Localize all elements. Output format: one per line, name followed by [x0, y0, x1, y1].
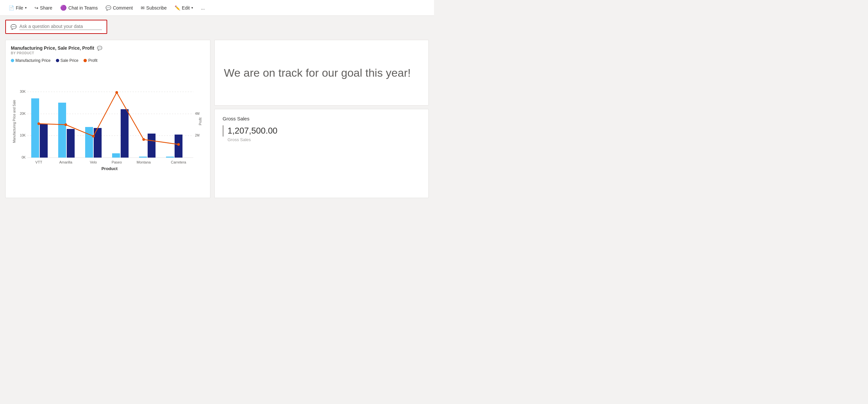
legend-dot-sale	[56, 59, 59, 62]
x-label-vtt: VTT	[35, 160, 42, 164]
legend-label-mfg: Manufacturing Price	[16, 58, 51, 63]
profit-dot-vtt	[37, 122, 40, 125]
gross-sales-value: 1,207,500.00	[223, 125, 421, 137]
chart-area: Manufacturing Price and Sale Profit 30K …	[11, 65, 205, 193]
qa-input[interactable]	[20, 24, 102, 30]
svg-text:2M: 2M	[195, 134, 199, 137]
chat-in-teams-button[interactable]: 🟣 Chat in Teams	[57, 3, 101, 13]
more-icon: ...	[201, 5, 205, 10]
legend-dot-profit	[84, 59, 87, 62]
legend-dot-mfg	[11, 59, 14, 62]
profit-dot-amarilla	[64, 123, 67, 126]
legend: Manufacturing Price Sale Price Profit	[11, 58, 205, 63]
more-options-button[interactable]: ...	[197, 3, 208, 12]
bar-sale-montana	[148, 134, 156, 157]
chat-label: Chat in Teams	[68, 5, 98, 10]
comment-button[interactable]: 💬 Comment	[102, 3, 136, 12]
subscribe-icon: ✉	[141, 5, 145, 10]
share-icon: ↪	[34, 5, 38, 10]
edit-icon: ✏️	[175, 5, 180, 10]
svg-text:0K: 0K	[22, 155, 26, 159]
share-label: Share	[40, 5, 52, 10]
x-label-paseo: Paseo	[112, 160, 122, 164]
gross-sales-title: Gross Sales	[223, 116, 421, 121]
content-row: Manufacturing Price, Sale Price, Profit …	[5, 40, 429, 198]
svg-text:4M: 4M	[195, 112, 199, 115]
bar-sale-velo	[94, 128, 102, 157]
svg-text:Profit: Profit	[198, 117, 202, 125]
file-chevron-icon: ▾	[25, 6, 27, 9]
x-label-velo: Velo	[90, 160, 97, 164]
chart-svg: Manufacturing Price and Sale Profit 30K …	[11, 65, 205, 171]
file-icon: 📄	[8, 5, 14, 10]
bar-sale-vtt	[40, 124, 48, 157]
svg-text:30K: 30K	[20, 90, 26, 93]
bar-mfg-amarilla	[58, 103, 66, 157]
x-label-carretera: Carretera	[171, 160, 186, 164]
edit-chevron-icon: ▾	[191, 6, 193, 9]
bar-mfg-velo	[85, 127, 93, 157]
goal-text: We are on track for our goal this year!	[224, 65, 411, 80]
bar-sale-paseo	[121, 109, 129, 157]
toolbar: 📄 File ▾ ↪ Share 🟣 Chat in Teams 💬 Comme…	[0, 0, 434, 16]
main-content: 💬 Manufacturing Price, Sale Price, Profi…	[0, 16, 434, 202]
share-button[interactable]: ↪ Share	[31, 3, 56, 12]
x-label-amarilla: Amarilla	[59, 160, 73, 164]
legend-item-sale: Sale Price	[56, 58, 79, 63]
chart-panel: Manufacturing Price, Sale Price, Profit …	[5, 40, 210, 198]
comment-icon: 💬	[105, 5, 111, 10]
bar-mfg-montana	[139, 156, 147, 157]
right-panel: We are on track for our goal this year! …	[214, 40, 429, 198]
chart-subtitle: BY PRODUCT	[11, 51, 205, 55]
svg-text:10K: 10K	[20, 134, 26, 137]
profit-dot-paseo	[115, 91, 118, 94]
file-label: File	[16, 5, 23, 10]
bar-mfg-carretera	[166, 156, 174, 157]
x-axis-label: Product	[101, 166, 118, 171]
file-menu[interactable]: 📄 File ▾	[5, 3, 30, 12]
bar-mfg-paseo	[112, 153, 120, 157]
legend-item-mfg: Manufacturing Price	[11, 58, 51, 63]
qa-icon: 💬	[10, 24, 17, 30]
comment-label: Comment	[113, 5, 133, 10]
gross-sales-sublabel: Gross Sales	[223, 137, 421, 142]
bar-mfg-vtt	[31, 98, 39, 157]
goal-card: We are on track for our goal this year!	[214, 40, 429, 106]
qa-box[interactable]: 💬	[5, 20, 107, 34]
edit-label: Edit	[182, 5, 190, 10]
legend-label-sale: Sale Price	[61, 58, 79, 63]
subscribe-label: Subscribe	[146, 5, 167, 10]
profit-dot-carretera	[177, 143, 180, 146]
x-label-montana: Montana	[137, 160, 151, 164]
edit-button[interactable]: ✏️ Edit ▾	[171, 3, 196, 12]
profit-dot-velo	[92, 135, 95, 138]
svg-text:20K: 20K	[20, 112, 26, 115]
chart-title: Manufacturing Price, Sale Price, Profit	[11, 46, 94, 51]
teams-icon: 🟣	[60, 5, 67, 11]
chart-comment-icon[interactable]: 💬	[97, 46, 102, 51]
legend-label-profit: Profit	[88, 58, 97, 63]
bar-sale-amarilla	[67, 129, 74, 157]
gross-sales-card: Gross Sales 1,207,500.00 Gross Sales	[214, 109, 429, 198]
subscribe-button[interactable]: ✉ Subscribe	[137, 3, 170, 12]
bar-sale-carretera	[175, 135, 183, 157]
profit-dot-montana	[143, 138, 145, 141]
legend-item-profit: Profit	[84, 58, 97, 63]
svg-text:Manufacturing Price and Sale: Manufacturing Price and Sale	[12, 100, 16, 143]
